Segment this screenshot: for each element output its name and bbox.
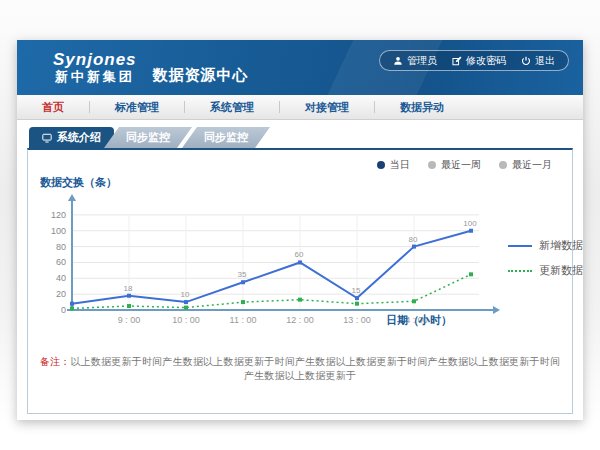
document-icon [42,133,52,143]
svg-text:12 : 00: 12 : 00 [286,315,314,325]
tab-system-intro[interactable]: 系统介绍 [29,127,114,148]
logout-label: 退出 [535,54,555,68]
svg-text:10: 10 [181,290,190,299]
user-name-label: 管理员 [407,54,437,68]
svg-text:100: 100 [51,226,66,236]
svg-text:20: 20 [56,289,66,299]
nav-item-data-change[interactable]: 数据异动 [375,100,469,115]
radio-last-month[interactable]: 最近一月 [499,158,552,172]
svg-text:60: 60 [295,250,304,259]
radio-label: 当日 [390,158,410,172]
radio-today[interactable]: 当日 [377,158,410,172]
svg-text:9 : 00: 9 : 00 [118,315,141,325]
time-range-filter: 当日 最近一周 最近一月 [377,158,552,172]
tab-bar: 系统介绍 同步监控 同步监控 [29,127,583,148]
logo-text-en: Synjones [53,50,137,70]
legend-label: 新增数据 [539,238,583,253]
edit-icon [452,56,462,66]
note-text: 以上数据更新于时间产生数据以上数据更新于时间产生数据以上数据更新于时间产生数据以… [71,356,561,381]
change-password-label: 修改密码 [466,54,506,68]
legend-line-dotted [508,270,532,272]
svg-text:15: 15 [352,286,361,295]
svg-text:80: 80 [56,242,66,252]
svg-text:10 : 00: 10 : 00 [172,315,200,325]
note-label: 备注： [40,356,71,367]
svg-text:0: 0 [61,305,66,315]
nav-item-system[interactable]: 系统管理 [185,100,279,115]
tab-sync-monitor-1[interactable]: 同步监控 [104,127,192,148]
power-icon [521,56,531,66]
x-axis-label: 日期（小时） [386,313,452,328]
user-icon [393,56,403,66]
y-axis-label: 数据交换（条） [40,175,117,190]
chart-panel: 当日 最近一周 最近一月 数据交换（条） 0204060801001209 : … [27,148,573,414]
change-password-button[interactable]: 修改密码 [452,54,506,68]
legend-item-updated-data: 更新数据 [508,263,583,278]
chart-area: 数据交换（条） 0204060801001209 : 0010 : 0011 :… [34,192,583,332]
logout-button[interactable]: 退出 [521,54,555,68]
svg-text:18: 18 [124,284,133,293]
svg-text:100: 100 [463,219,477,228]
tab-label: 同步监控 [204,130,248,145]
svg-text:120: 120 [51,210,66,220]
nav-item-integration[interactable]: 对接管理 [280,100,374,115]
chart-legend: 新增数据 更新数据 [508,238,583,332]
svg-text:40: 40 [56,273,66,283]
line-chart: 0204060801001209 : 0010 : 0011 : 0012 : … [34,192,504,332]
logo-text-cn: 新中新集团 [53,70,137,85]
radio-label: 最近一周 [441,158,481,172]
svg-text:13 : 00: 13 : 00 [343,315,371,325]
tab-label: 系统介绍 [57,130,101,145]
main-nav: 首页 标准管理 系统管理 对接管理 数据异动 [17,95,583,120]
svg-text:80: 80 [409,235,418,244]
legend-line-solid [508,245,532,247]
user-menu[interactable]: 管理员 [393,54,437,68]
radio-last-week[interactable]: 最近一周 [428,158,481,172]
legend-label: 更新数据 [539,263,583,278]
tab-label: 同步监控 [126,130,170,145]
svg-text:60: 60 [56,257,66,267]
svg-text:11 : 00: 11 : 00 [230,315,257,325]
radio-label: 最近一月 [512,158,552,172]
page-title: 数据资源中心 [153,66,249,85]
nav-item-home[interactable]: 首页 [17,100,89,115]
svg-text:35: 35 [238,270,247,279]
app-window: Synjones 新中新集团 数据资源中心 管理员 修改密码 退出 首页 标准管… [17,40,583,420]
nav-item-standards[interactable]: 标准管理 [90,100,184,115]
tab-sync-monitor-2[interactable]: 同步监控 [182,127,270,148]
legend-item-new-data: 新增数据 [508,238,583,253]
company-logo: Synjones 新中新集团 [53,50,137,84]
footer-note: 备注：以上数据更新于时间产生数据以上数据更新于时间产生数据以上数据更新于时间产生… [36,355,564,383]
radio-dot [428,161,436,169]
user-toolbar: 管理员 修改密码 退出 [379,50,569,71]
app-header: Synjones 新中新集团 数据资源中心 管理员 修改密码 退出 [17,40,583,95]
radio-dot [499,161,507,169]
main-content: 系统介绍 同步监控 同步监控 当日 最近一周 [17,120,583,420]
radio-dot-selected [377,161,385,169]
